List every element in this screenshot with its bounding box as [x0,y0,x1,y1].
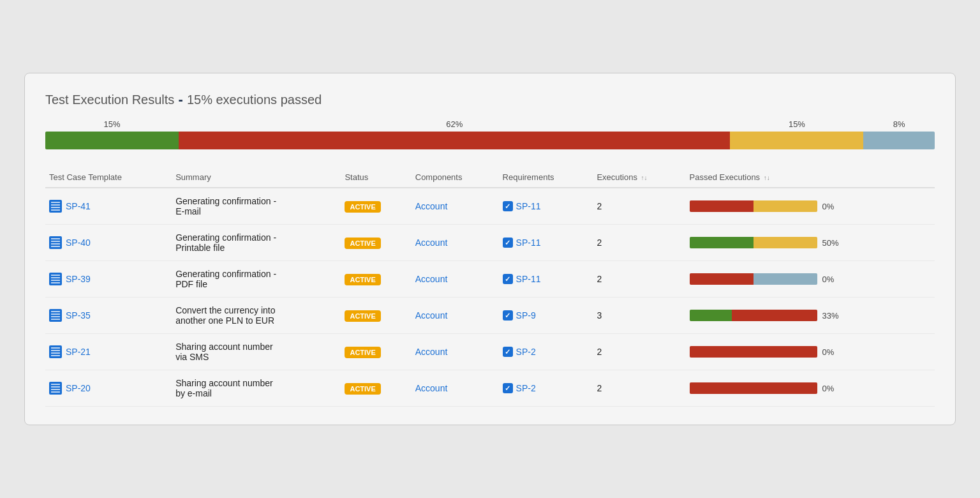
col-header-test-case-template: Test Case Template [45,167,172,188]
tc-link[interactable]: SP-41 [49,200,165,213]
bar-segment [863,132,935,149]
results-table: Test Case TemplateSummaryStatusComponent… [45,167,935,407]
passed-pct: 0% [822,202,843,211]
req-link[interactable]: SP-11 [516,201,541,211]
col-header-summary: Summary [172,167,341,188]
mini-bar [690,310,817,321]
mini-bar-segment [690,237,754,248]
mini-bar-wrap: 0% [690,273,928,285]
tc-id: SP-39 [66,274,91,284]
table-row: SP-40 Generating confirmation - Printabl… [45,225,935,261]
sort-icon[interactable]: ↑↓ [764,174,770,181]
mini-bar-segment [754,200,817,212]
req-checkbox [503,347,513,357]
summary-cell: Generating confirmation - PDF file [172,261,341,298]
bar-label: 62% [179,119,730,129]
req-link[interactable]: SP-11 [516,238,541,248]
mini-bar-wrap: 0% [690,200,928,212]
col-header-executions: Executions ↑↓ [593,167,685,188]
mini-bar [690,273,817,285]
summary-cell: Sharing account number by e-mail [172,370,341,407]
table-row: SP-39 Generating confirmation - PDF file… [45,261,935,298]
req-checkbox [503,238,513,248]
component-link[interactable]: Account [415,347,448,357]
mini-bar [690,346,817,358]
component-link[interactable]: Account [415,274,448,284]
tc-id: SP-20 [66,383,91,393]
component-link[interactable]: Account [415,238,448,248]
req-cell: SP-9 [503,310,587,321]
bar-label: 15% [45,119,179,129]
status-badge: ACTIVE [345,310,380,322]
col-header-components: Components [412,167,499,188]
req-link[interactable]: SP-9 [516,310,536,321]
executions-cell: 2 [593,261,685,298]
bar-label: 8% [863,119,935,129]
summary-cell: Convert the currency into another one PL… [172,298,341,334]
mini-bar-wrap: 50% [690,237,928,248]
req-link[interactable]: SP-11 [516,274,541,284]
passed-pct: 0% [822,275,843,284]
bar-segment [730,132,863,149]
component-link[interactable]: Account [415,201,448,211]
mini-bar-segment [732,310,817,321]
mini-bar-segment [690,382,817,394]
req-cell: SP-2 [503,383,587,393]
req-checkbox [503,201,513,211]
summary-cell: Generating confirmation - E-mail [172,188,341,225]
component-link[interactable]: Account [415,383,448,393]
req-cell: SP-11 [503,238,587,248]
req-cell: SP-11 [503,274,587,284]
executions-cell: 2 [593,188,685,225]
mini-bar [690,200,817,212]
executions-cell: 2 [593,334,685,370]
bar-segment [179,132,730,149]
tc-icon [49,200,62,213]
col-header-status: Status [341,167,411,188]
table-row: SP-21 Sharing account number via SMSACTI… [45,334,935,370]
tc-id: SP-40 [66,238,91,248]
component-link[interactable]: Account [415,310,448,321]
req-cell: SP-11 [503,201,587,211]
tc-link[interactable]: SP-39 [49,273,165,285]
executions-cell: 2 [593,225,685,261]
tc-id: SP-35 [66,310,91,321]
req-link[interactable]: SP-2 [516,383,536,393]
tc-id: SP-41 [66,201,91,211]
tc-id: SP-21 [66,347,91,357]
overall-progress-bar [45,132,935,149]
tc-link[interactable]: SP-21 [49,345,165,358]
tc-link[interactable]: SP-35 [49,309,165,322]
table-row: SP-35 Convert the currency into another … [45,298,935,334]
tc-icon [49,345,62,358]
col-header-passed-executions: Passed Executions ↑↓ [686,167,935,188]
tc-icon [49,236,62,249]
req-cell: SP-2 [503,347,587,357]
passed-pct: 0% [822,347,843,357]
mini-bar-segment [690,346,817,358]
mini-bar-segment [690,273,754,285]
tc-link[interactable]: SP-20 [49,382,165,395]
summary-cell: Sharing account number via SMS [172,334,341,370]
sort-icon[interactable]: ↑↓ [641,174,648,181]
mini-bar-segment [690,310,732,321]
tc-icon [49,273,62,285]
tc-icon [49,382,62,395]
req-link[interactable]: SP-2 [516,347,536,357]
mini-bar [690,237,817,248]
mini-bar [690,382,817,394]
req-checkbox [503,383,513,393]
passed-pct: 50% [822,238,843,248]
page-title: Test Execution Results - 15% executions … [45,91,935,108]
executions-cell: 3 [593,298,685,334]
status-badge: ACTIVE [345,347,380,358]
executions-cell: 2 [593,370,685,407]
tc-link[interactable]: SP-40 [49,236,165,249]
progress-section: 15%62%15%8% [45,119,935,149]
status-badge: ACTIVE [345,238,380,249]
mini-bar-wrap: 0% [690,382,928,394]
bar-segment [45,132,179,149]
col-header-requirements: Requirements [499,167,593,188]
req-checkbox [503,274,513,284]
summary-cell: Generating confirmation - Printable file [172,225,341,261]
